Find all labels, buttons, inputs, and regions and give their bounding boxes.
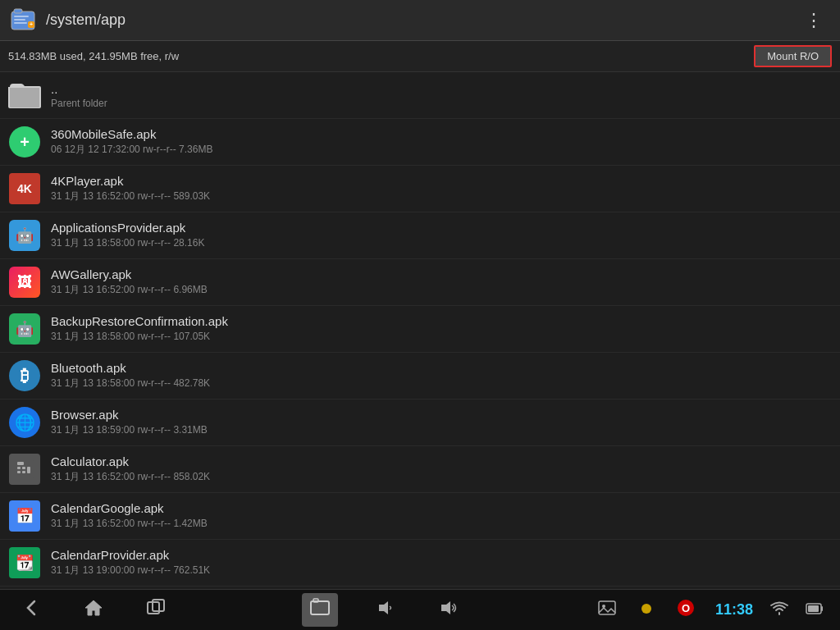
file-icon-7: 🌐 [8,406,41,439]
svg-rect-10 [17,471,21,473]
file-icon-4: 🖼 [8,266,41,299]
app-icon: + [10,7,38,34]
file-name: Browser.apk [51,408,208,422]
storage-info: 514.83MB used, 241.95MB free, r/w [8,50,754,62]
file-icon-0 [8,79,41,112]
list-item[interactable]: 🤖BackupRestoreConfirmation.apk31 1月 13 1… [0,306,840,353]
file-name: 360MobileSafe.apk [51,127,212,141]
file-icon-9: 📅 [8,500,41,532]
list-item[interactable]: Calculator.apk31 1月 13 16:52:00 rw-r--r-… [0,446,840,493]
file-meta: 31 1月 13 16:52:00 rw-r--r-- 589.03K [51,189,210,203]
file-icon-1: + [8,126,41,158]
status-bar: 514.83MB used, 241.95MB free, r/w Mount … [0,41,840,72]
svg-marker-19 [441,601,450,614]
svg-rect-9 [17,467,21,469]
file-name: CalendarGoogle.apk [51,501,208,515]
overflow-menu-button[interactable]: ⋮ [798,7,830,34]
file-name: Calculator.apk [51,454,210,468]
list-item[interactable]: 🌐Browser.apk31 1月 13 18:59:00 rw-r--r-- … [0,399,840,446]
svg-text:O: O [682,602,690,614]
file-icon-8 [8,453,41,486]
list-item[interactable]: 4K4KPlayer.apk31 1月 13 16:52:00 rw-r--r-… [0,166,840,212]
file-meta: 31 1月 13 16:52:00 rw-r--r-- 858.02K [51,470,210,484]
file-meta: 31 1月 13 18:59:00 rw-r--r-- 3.31MB [51,423,208,437]
file-name: .. [51,82,107,96]
svg-rect-4 [14,22,27,24]
recent-apps-button[interactable] [141,593,171,627]
wifi-icon [769,601,789,619]
file-meta: 31 1月 13 16:52:00 rw-r--r-- 1.42MB [51,517,208,531]
svg-rect-20 [599,601,615,614]
gallery-button[interactable] [594,595,620,625]
file-icon-6: ₿ [8,359,41,392]
file-icon-10: 📆 [8,546,41,579]
file-name: Bluetooth.apk [51,361,210,375]
dot-indicator [637,597,656,623]
file-meta: 31 1月 13 18:58:00 rw-r--r-- 107.05K [51,330,228,344]
list-item[interactable]: ₿Bluetooth.apk31 1月 13 18:58:00 rw-r--r-… [0,353,840,399]
svg-point-22 [641,604,651,614]
file-meta: 06 12月 12 17:32:00 rw-r--r-- 7.36MB [51,143,212,157]
svg-rect-13 [27,467,30,473]
back-button[interactable] [16,593,46,627]
mount-button[interactable]: Mount R/O [754,45,832,67]
home-button[interactable] [79,593,108,627]
file-name: BackupRestoreConfirmation.apk [51,314,228,328]
top-bar: + /system/app ⋮ [0,0,840,41]
volume-down-button[interactable] [371,593,400,627]
clock-display: 11:38 [715,601,753,619]
svg-rect-26 [821,606,823,611]
file-meta: 31 1月 13 16:52:00 rw-r--r-- 6.96MB [51,283,208,297]
file-name: CalendarProvider.apk [51,548,210,562]
svg-rect-12 [22,471,25,473]
file-list: ..Parent folder+360MobileSafe.apk06 12月 … [0,72,840,589]
list-item[interactable]: +360MobileSafe.apk06 12月 12 17:32:00 rw-… [0,119,840,166]
file-name: AWGallery.apk [51,267,208,281]
svg-rect-3 [14,19,25,21]
list-item[interactable]: ..Parent folder [0,72,840,119]
svg-rect-2 [14,16,29,17]
svg-rect-8 [17,462,24,465]
list-item[interactable]: 🤖ApplicationsProvider.apk31 1月 13 18:58:… [0,212,840,259]
svg-rect-27 [808,605,819,612]
file-icon-3: 🤖 [8,219,41,252]
file-name: ApplicationsProvider.apk [51,221,204,235]
page-title: /system/app [46,11,798,29]
file-meta: Parent folder [51,98,107,109]
file-icon-5: 🤖 [8,313,41,345]
file-meta: 31 1月 13 18:58:00 rw-r--r-- 482.78K [51,377,210,390]
svg-rect-16 [311,601,329,614]
file-icon-2: 4K [8,172,41,205]
battery-icon [806,601,824,619]
svg-text:+: + [30,21,33,27]
volume-up-button[interactable] [433,593,463,627]
list-item[interactable]: 📆CalendarProvider.apk31 1月 13 19:00:00 r… [0,540,840,587]
list-item[interactable]: 📅CalendarGoogle.apk31 1月 13 16:52:00 rw-… [0,493,840,540]
file-name: 4KPlayer.apk [51,174,210,188]
nav-bar: O 11:38 [0,589,840,630]
svg-marker-18 [379,601,388,614]
svg-rect-11 [22,467,25,469]
list-item[interactable]: 🖼AWGallery.apk31 1月 13 16:52:00 rw-r--r-… [0,259,840,306]
screenshot-button[interactable] [302,593,338,627]
file-meta: 31 1月 13 18:58:00 rw-r--r-- 28.16K [51,236,204,250]
opera-button[interactable]: O [673,595,699,625]
svg-rect-1 [14,9,22,13]
file-meta: 31 1月 13 19:00:00 rw-r--r-- 762.51K [51,564,210,578]
